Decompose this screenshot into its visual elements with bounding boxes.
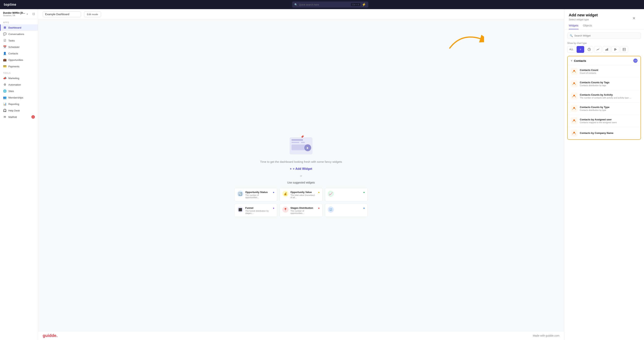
sidebar-item-automation[interactable]: ⚙ Automation: [0, 81, 38, 88]
contacts-section-header[interactable]: ∨ Contacts 14: [568, 56, 640, 65]
plus-icon: +: [290, 167, 292, 170]
sidebar-item-label: Sites: [8, 90, 14, 93]
sidebar-item-dashboard[interactable]: ⊞ Dashboard: [0, 24, 38, 31]
funnel-icon: ⬛: [237, 206, 243, 213]
sidebar-item-scheduler[interactable]: 📅 Scheduler: [0, 44, 38, 50]
mailfold-icon: ✉: [3, 115, 6, 119]
search-input[interactable]: [299, 3, 350, 6]
contacts-type-icon: [571, 105, 578, 112]
search-widget-input[interactable]: [574, 34, 638, 37]
widget-item-contacts-count[interactable]: Contacts Count Count of contacts: [568, 65, 640, 78]
panel-close-button[interactable]: ✕: [632, 16, 636, 20]
widget-item-contacts-type[interactable]: Contacts Counts by Type Contacts distrib…: [568, 102, 640, 115]
widget-item-contacts-activity[interactable]: Contacts Counts by Activity The number o…: [568, 90, 640, 102]
sidebar-item-contacts[interactable]: 👤 Contacts: [0, 50, 38, 57]
sidebar-item-label: Automation: [8, 83, 21, 86]
suggested-item[interactable]: ⬛ Funnel The funnel distribution by stag…: [234, 204, 277, 217]
dashboard-icon: ⊞: [3, 26, 6, 29]
sidebar-item-sites[interactable]: 🌐 Sites: [0, 88, 38, 94]
layout-icon[interactable]: ⊡: [32, 12, 35, 16]
suggested-item-name: Funnel: [245, 206, 271, 209]
check-icon: ●: [273, 206, 274, 209]
suggested-item-name: Opportunity Value: [290, 191, 316, 193]
stages-icon: 📍: [282, 206, 288, 213]
widget-item-desc: Contacts distribution by tags: [580, 84, 610, 87]
widget-item-contacts-tags[interactable]: Contacts Counts by Tags Contacts distrib…: [568, 78, 640, 90]
tab-objects[interactable]: Objects: [583, 24, 592, 29]
sidebar-item-label: Memberships: [8, 96, 23, 99]
chart-btn-line[interactable]: [594, 46, 602, 53]
sidebar-item-conversations[interactable]: 💬 Conversations: [0, 31, 38, 37]
chart-type-row: Show by chart type ALL #: [567, 42, 641, 53]
svg-rect-16: [623, 48, 626, 51]
search-bar[interactable]: 🔍 Ctrl + K ⚡: [292, 1, 368, 7]
chart-btn-all[interactable]: ALL: [567, 46, 576, 53]
widget-item-desc: Contacts distribution by type: [580, 109, 610, 111]
active-indicator: [0, 24, 0, 31]
svg-rect-13: [614, 48, 616, 49]
sidebar-item-label: Help Desk: [8, 109, 20, 112]
opp-status-icon: 🔄: [237, 191, 243, 197]
chart-btn-bar[interactable]: [603, 46, 610, 53]
sidebar-item-mailfold[interactable]: ✉ Mailfold 21: [0, 114, 38, 120]
search-shortcut: Ctrl + K: [351, 3, 360, 6]
content-area: Edit mode ◑ 📌 Time to get the dashboard …: [38, 9, 564, 340]
widget-item-name: Contacts Counts by Tags: [580, 81, 610, 84]
sites-icon: 🌐: [3, 89, 6, 93]
svg-rect-10: [606, 49, 606, 51]
sidebar-item-helpdesk[interactable]: 🎧 Help Desk: [0, 107, 38, 114]
panel-subtitle: Select widget type: [569, 18, 640, 21]
suggested-item[interactable]: ☑ ●: [325, 204, 368, 217]
check-icon: ●: [318, 206, 320, 209]
workspace-selector[interactable]: Dunder Mifflin [D... Scranton, PA ▾ ⊡: [0, 9, 38, 19]
suggested-item[interactable]: 📈 ●: [325, 188, 368, 201]
sidebar-item-label: Conversations: [8, 33, 24, 35]
check-icon: ●: [318, 191, 320, 194]
widget-item-contacts-assigned[interactable]: Contacts by Assigned user Contacts mappe…: [568, 115, 640, 127]
sidebar-item-memberships[interactable]: 👥 Memberships: [0, 94, 38, 101]
sidebar-item-marketing[interactable]: 📣 Marketing: [0, 75, 38, 81]
suggested-item[interactable]: 📍 Stages Distribution The number of oppo…: [280, 204, 322, 217]
chart-btn-clock[interactable]: [585, 46, 593, 53]
extra-icon: ☑: [328, 206, 334, 213]
widget-item-contacts-company[interactable]: Contacts by Company Name: [568, 127, 640, 139]
chart-btn-hash[interactable]: #: [576, 46, 584, 53]
empty-text: Time to get the dashboard looking fresh …: [260, 160, 342, 163]
sidebar-item-payments[interactable]: 💳 Payments: [0, 63, 38, 70]
right-panel: ✕ Add new widget Select widget type Widg…: [564, 9, 644, 340]
chart-btn-gantt[interactable]: [612, 46, 619, 53]
sidebar-item-reporting[interactable]: 📊 Reporting: [0, 101, 38, 107]
sidebar-item-tasks[interactable]: ☑ Tasks: [0, 37, 38, 44]
suggested-item[interactable]: 💰 Opportunity Value The total value (mon…: [280, 188, 322, 201]
chart-type-label: Show by chart type: [567, 42, 641, 44]
sidebar-item-label: Reporting: [8, 103, 19, 106]
widget-item-name: Contacts Counts by Type: [580, 106, 610, 109]
suggested-item-desc: The number of opportunities...: [290, 210, 316, 214]
sidebar-item-opportunities[interactable]: 💼 Opportunities: [0, 57, 38, 63]
tab-widgets[interactable]: Widgets: [569, 24, 578, 29]
dashboard-title-input[interactable]: [43, 11, 81, 17]
opp-value-icon: 💰: [282, 191, 288, 197]
content-body: ◑ 📌 Time to get the dashboard looking fr…: [38, 19, 564, 331]
add-widget-button[interactable]: + + Add Widget: [290, 167, 312, 170]
svg-text:📌: 📌: [301, 135, 304, 139]
add-widget-label: + Add Widget: [293, 167, 312, 170]
widget-item-desc: Contacts mapped to the assigned users: [580, 121, 617, 124]
sidebar-item-label: Scheduler: [8, 46, 20, 48]
suggested-item-desc: The total value (monetary) of all...: [290, 194, 316, 198]
sidebar-item-label: Opportunities: [8, 59, 23, 61]
widget-item-name: Contacts Count: [580, 69, 598, 71]
bottom-bar: guidde. Made with guidde.com: [38, 331, 564, 340]
search-widget-icon: 🔍: [570, 34, 573, 37]
workspace-chevron-icon: ▾: [27, 13, 28, 15]
contacts-icon: 👤: [3, 52, 6, 55]
arrow-overlay: [446, 29, 484, 52]
check-icon: ●: [363, 191, 365, 194]
suggested-item[interactable]: 🔄 Opportunity Status The number of oppor…: [234, 188, 277, 201]
search-widget-bar[interactable]: 🔍: [567, 32, 641, 39]
chart-btn-table[interactable]: [620, 46, 628, 53]
edit-mode-button[interactable]: Edit mode: [84, 11, 101, 17]
sidebar-item-label: Payments: [8, 65, 20, 68]
topbar: topline 🔍 Ctrl + K ⚡: [0, 0, 644, 9]
contacts-section-title: ∨ Contacts: [571, 59, 586, 62]
